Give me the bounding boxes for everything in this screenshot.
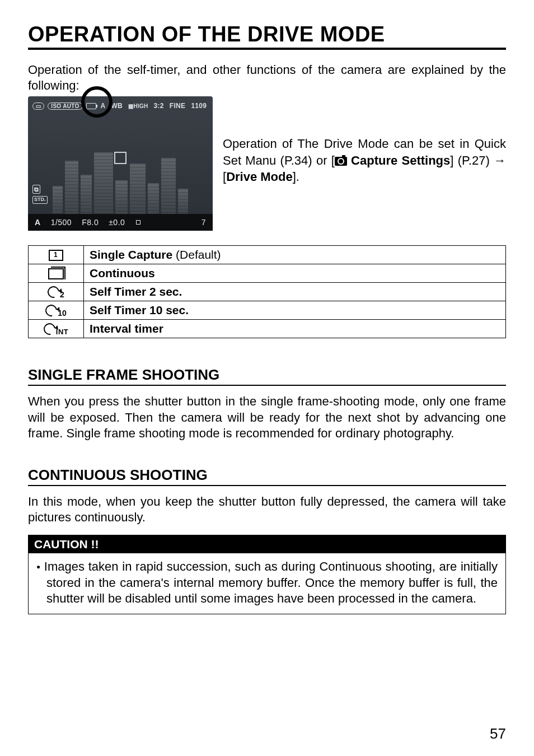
- continuous-icon: [48, 268, 64, 279]
- single-capture-label: Single Capture (Default): [84, 246, 506, 264]
- single-frame-body: When you press the shutter button in the…: [28, 394, 506, 442]
- section-rule: [28, 385, 506, 386]
- interval-icon-cell: INT: [29, 320, 84, 338]
- self-timer-icon: 10: [45, 304, 67, 317]
- table-row: INT Interval timer: [29, 320, 506, 338]
- drive-mode-chip: ▭: [32, 102, 44, 110]
- ratio-label: 3:2: [153, 102, 165, 110]
- caution-item: Images taken in rapid succession, such a…: [46, 559, 498, 607]
- table-row: 2 Self Timer 2 sec.: [29, 283, 506, 301]
- timer10-label: Self Timer 10 sec.: [84, 301, 506, 320]
- lcd-top-bar: ▭ ISO AUTO A WB ▦HIGH 3:2 FINE 1109: [32, 102, 208, 110]
- left-badge-2: STD.: [32, 196, 48, 204]
- caution-box: CAUTION !! Images taken in rapid success…: [28, 535, 506, 614]
- continuous-label: Continuous: [84, 264, 506, 283]
- drive-mode-table: Single Capture (Default) Continuous 2 Se…: [28, 245, 506, 338]
- continuous-icon-cell: [29, 264, 84, 283]
- section-heading-continuous: CONTINUOUS SHOOTING: [28, 466, 506, 484]
- buffer-count: 7: [202, 218, 206, 227]
- figure-side-text: Operation of The Drive Mode can be set i…: [223, 96, 506, 185]
- highlight-circle: [81, 86, 113, 118]
- page-number: 57: [490, 725, 506, 743]
- table-row: Single Capture (Default): [29, 246, 506, 264]
- quality-label: ▦HIGH: [127, 103, 149, 109]
- title-rule: [28, 48, 506, 50]
- single-frame-icon: [49, 250, 63, 261]
- caution-heading: CAUTION !!: [29, 535, 505, 553]
- lcd-left-bar: ⧉ STD.: [32, 185, 48, 205]
- interval-timer-icon: INT: [44, 322, 68, 335]
- section-rule: [28, 485, 506, 486]
- section-heading-single: SINGLE FRAME SHOOTING: [28, 366, 506, 384]
- table-row: Continuous: [29, 264, 506, 283]
- aperture: F8.0: [82, 218, 99, 227]
- timer2-icon-cell: 2: [29, 283, 84, 301]
- camera-lcd-figure: ▭ ISO AUTO A WB ▦HIGH 3:2 FINE 1109 ⧉ ST…: [28, 96, 213, 231]
- single-capture-icon-cell: [29, 246, 84, 264]
- page-title: OPERATION OF THE DRIVE MODE: [28, 22, 506, 46]
- shutter-speed: 1/500: [51, 218, 72, 227]
- af-point-icon: [114, 152, 127, 164]
- self-timer-icon: 2: [48, 285, 64, 298]
- continuous-body: In this mode, when you keep the shutter …: [28, 494, 506, 526]
- remaining-label: 1109: [190, 102, 208, 110]
- timer10-icon-cell: 10: [29, 301, 84, 320]
- format-label: FINE: [168, 102, 187, 110]
- interval-label: Interval timer: [84, 320, 506, 338]
- af-area-icon: [135, 219, 142, 226]
- left-badge-1: ⧉: [32, 185, 40, 194]
- exposure-mode: A: [35, 218, 41, 227]
- camera-icon: [335, 157, 347, 166]
- ev-comp: ±0.0: [109, 218, 125, 227]
- table-row: 10 Self Timer 10 sec.: [29, 301, 506, 320]
- iso-chip: ISO AUTO: [48, 102, 82, 110]
- timer2-label: Self Timer 2 sec.: [84, 283, 506, 301]
- lcd-bottom-bar: A 1/500 F8.0 ±0.0 7: [28, 214, 213, 231]
